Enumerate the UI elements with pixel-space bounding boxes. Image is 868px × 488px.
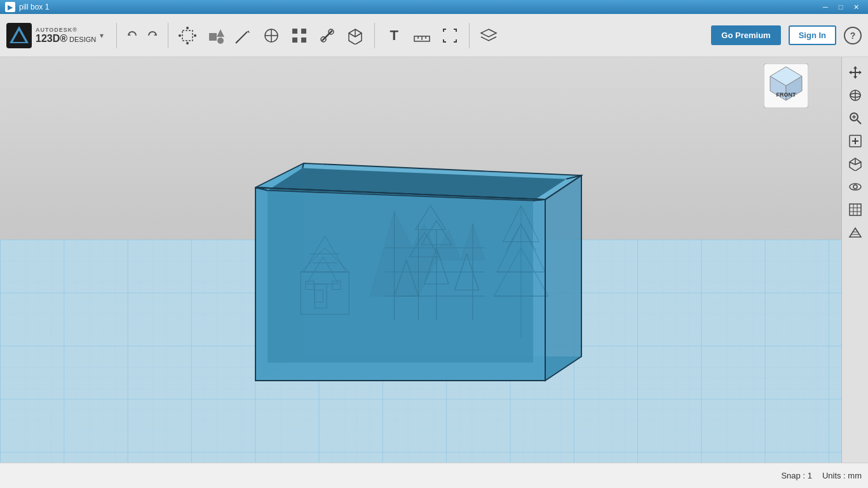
- statusbar: Snap : 1 Units : mm: [0, 463, 868, 488]
- sketch-icon: [234, 27, 252, 44]
- construct-icon: [262, 27, 280, 44]
- transform-icon: [179, 27, 196, 44]
- titlebar: ▶ pill box 1 ─ □ ✕: [0, 0, 868, 14]
- view-cube-svg: FRONT: [764, 64, 808, 108]
- brand-label: AUTODESK®: [36, 27, 96, 33]
- svg-marker-93: [853, 66, 857, 69]
- product-name-label: DESIGN: [69, 36, 96, 43]
- svg-rect-18: [301, 29, 306, 34]
- svg-point-8: [179, 34, 181, 37]
- orbit-button[interactable]: [845, 85, 865, 105]
- zoom-button[interactable]: [845, 108, 865, 128]
- units-label: Units : mm: [822, 471, 862, 480]
- snap-tool-button[interactable]: [437, 22, 463, 50]
- maximize-button[interactable]: □: [834, 2, 848, 12]
- primitives-tool-button[interactable]: [203, 22, 228, 50]
- primitives-icon: [207, 27, 224, 44]
- right-panel: [841, 57, 868, 463]
- svg-rect-5: [182, 30, 193, 41]
- svg-rect-113: [850, 204, 861, 215]
- svg-line-109: [850, 162, 855, 165]
- logo-dropdown-arrow[interactable]: ▾: [100, 31, 104, 40]
- go-premium-button[interactable]: Go Premium: [711, 25, 780, 45]
- svg-point-9: [194, 34, 196, 37]
- minimize-button[interactable]: ─: [818, 2, 832, 12]
- svg-rect-19: [292, 37, 297, 43]
- measure-icon: [413, 29, 431, 43]
- title-text: pill box 1: [19, 3, 49, 11]
- svg-point-21: [329, 29, 334, 34]
- pattern-icon: [290, 27, 308, 44]
- cube-icon: [346, 27, 364, 44]
- divider-2: [168, 23, 168, 48]
- fit-view-button[interactable]: [845, 131, 865, 151]
- svg-marker-11: [217, 29, 224, 37]
- layers-button[interactable]: [476, 22, 501, 50]
- 3d-model: [197, 151, 604, 393]
- undo-icon: [126, 30, 138, 41]
- svg-line-26: [355, 33, 362, 37]
- material-icon: [848, 226, 862, 240]
- redo-icon: [147, 30, 158, 41]
- undo-button[interactable]: [123, 27, 141, 44]
- divider-3: [374, 23, 375, 48]
- svg-line-25: [349, 33, 355, 37]
- logo-area: AUTODESK® 123D® DESIGN ▾: [6, 23, 104, 48]
- pan-icon: [848, 65, 862, 79]
- main-content: FRONT: [0, 57, 868, 463]
- sketch-tool-button[interactable]: [231, 22, 256, 50]
- svg-point-6: [186, 27, 189, 29]
- svg-marker-96: [859, 71, 862, 74]
- grid-icon: [848, 203, 862, 217]
- model-svg: [197, 151, 604, 393]
- svg-rect-20: [301, 37, 306, 43]
- svg-line-13: [236, 41, 238, 43]
- text-tool-button[interactable]: T: [381, 22, 407, 50]
- svg-point-7: [186, 42, 189, 44]
- divider-1: [116, 23, 117, 48]
- title-icon: ▶: [5, 2, 15, 12]
- zoom-icon: [848, 111, 862, 125]
- svg-rect-10: [209, 33, 217, 41]
- svg-line-101: [857, 120, 861, 124]
- cube-view-button[interactable]: [342, 22, 368, 50]
- orbit-icon: [848, 88, 862, 102]
- sign-in-button[interactable]: Sign In: [789, 25, 836, 45]
- svg-text:FRONT: FRONT: [776, 92, 796, 98]
- construct-tool-button[interactable]: [259, 22, 284, 50]
- svg-point-22: [321, 37, 326, 42]
- svg-marker-23: [349, 29, 362, 44]
- transform-tool-button[interactable]: [175, 22, 200, 50]
- divider-4: [469, 23, 470, 48]
- 3d-view-icon: [848, 157, 862, 171]
- redo-button[interactable]: [144, 27, 161, 44]
- close-button[interactable]: ✕: [849, 2, 863, 12]
- 3d-view-button[interactable]: [845, 154, 865, 174]
- snap-icon: [441, 27, 459, 44]
- pattern-tool-button[interactable]: [287, 22, 312, 50]
- measure-tool-button[interactable]: [409, 22, 435, 50]
- svg-rect-17: [292, 29, 297, 34]
- pan-button[interactable]: [845, 62, 865, 83]
- modify-tool-button[interactable]: [315, 22, 340, 50]
- svg-marker-95: [849, 71, 851, 74]
- svg-point-12: [217, 37, 224, 44]
- help-button[interactable]: ?: [844, 27, 862, 44]
- svg-line-110: [855, 162, 861, 165]
- view-mode-button[interactable]: [845, 177, 865, 197]
- view-cube[interactable]: FRONT: [764, 64, 808, 108]
- svg-marker-30: [481, 29, 496, 37]
- svg-marker-118: [850, 228, 861, 237]
- viewport[interactable]: FRONT: [0, 57, 841, 463]
- grid-settings-button[interactable]: [845, 200, 865, 220]
- material-button[interactable]: [845, 222, 865, 243]
- snap-label: Snap : 1: [781, 471, 811, 480]
- fit-icon: [848, 134, 862, 148]
- eye-icon: [848, 180, 862, 194]
- svg-marker-35: [545, 175, 581, 381]
- logo-text: AUTODESK® 123D® DESIGN: [36, 27, 96, 44]
- svg-point-112: [853, 185, 857, 189]
- svg-point-14: [265, 29, 278, 42]
- autodesk-logo-icon: [6, 23, 32, 48]
- modify-icon: [318, 27, 336, 44]
